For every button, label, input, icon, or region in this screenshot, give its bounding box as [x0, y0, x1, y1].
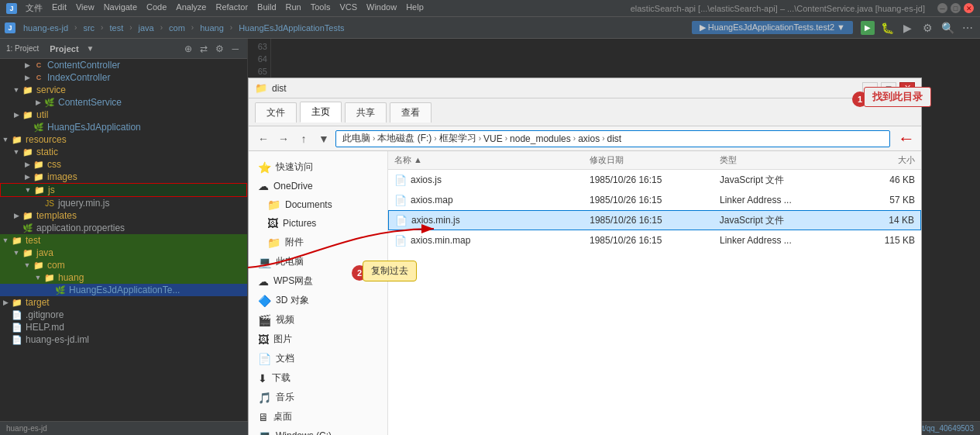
tree-item-indexcontroller[interactable]: ▶ C IndexController — [0, 71, 247, 84]
tree-item-templates[interactable]: ▶ 📁 templates — [0, 209, 247, 222]
breadcrumb-huang[interactable]: huang — [197, 22, 227, 34]
gear-icon[interactable]: ⚙ — [213, 43, 226, 55]
tree-label: .gitignore — [26, 309, 64, 320]
nav-pictures[interactable]: 🖼 Pictures — [249, 214, 387, 233]
minimize-button[interactable]: ─ — [937, 3, 947, 13]
tab-home[interactable]: 主页 — [300, 102, 342, 123]
file-row-axiosjs[interactable]: 📄 axios.js 1985/10/26 16:15 JavaScript 文… — [388, 170, 921, 190]
nav-onedrive[interactable]: ☁ OneDrive — [249, 177, 387, 195]
nav-quick-access[interactable]: ⭐ 快速访问 — [249, 157, 387, 177]
nav-windows[interactable]: 💻 Windows (C:) — [249, 426, 387, 435]
tree-item-appprops[interactable]: 🌿 application.properties — [0, 222, 247, 234]
breadcrumb-test[interactable]: test — [106, 22, 126, 34]
settings-icon[interactable]: ⚙ — [920, 20, 935, 36]
tab-view[interactable]: 查看 — [390, 102, 432, 123]
col-size-header[interactable]: 大小 — [850, 154, 915, 166]
menu-file[interactable]: 文件 — [22, 2, 46, 15]
nav-video[interactable]: 🎬 视频 — [249, 310, 387, 330]
tree-item-helpmd[interactable]: 📄 HELP.md — [0, 321, 247, 333]
window-controls[interactable]: ─ □ ✕ — [937, 3, 974, 13]
nav-documents[interactable]: 📁 Documents — [249, 195, 387, 214]
tree-item-images[interactable]: ▶ 📁 images — [0, 171, 247, 183]
col-type-header[interactable]: 类型 — [720, 154, 850, 166]
back-button[interactable]: ← — [255, 130, 272, 147]
coverage-button[interactable]: ▶ — [899, 20, 915, 36]
address-path[interactable]: 此电脑 › 本地磁盘 (F:) › 框架学习 › VUE › node_modu… — [335, 130, 890, 147]
tree-item-contentcontroller[interactable]: ▶ C ContentController — [0, 59, 247, 71]
tree-item-huangtests[interactable]: 🌿 HuangEsJdApplicationTe... — [0, 284, 247, 296]
breadcrumb-com[interactable]: com — [166, 22, 188, 34]
tree-item-css[interactable]: ▶ 📁 css — [0, 158, 247, 171]
file-size-cell: 46 KB — [850, 174, 915, 185]
folder-icon: 📁 — [22, 210, 34, 221]
tree-item-service[interactable]: ▼ 📁 service — [0, 84, 247, 96]
file-row-axiosminjs[interactable]: 📄 axios.min.js 1985/10/26 16:15 JavaScri… — [388, 210, 921, 230]
menu-navigate[interactable]: Navigate — [100, 2, 141, 15]
menu-refactor[interactable]: Refactor — [211, 2, 252, 15]
menu-vcs[interactable]: VCS — [335, 2, 361, 15]
breadcrumb-java[interactable]: java — [136, 22, 157, 34]
more-icon[interactable]: ⋯ — [960, 20, 975, 36]
annotation-label-1: 找到此目录 — [864, 87, 931, 107]
tree-item-js[interactable]: ▼ 📁 js — [0, 183, 247, 197]
col-name-header[interactable]: 名称 ▲ — [394, 154, 590, 166]
folder-icon: 📁 — [267, 199, 280, 211]
nav-desktop[interactable]: 🖥 桌面 — [249, 407, 387, 426]
nav-docs[interactable]: 📄 文档 — [249, 349, 387, 368]
run-config-selector[interactable]: ▶ HuangEsJdApplicationTests.test2 ▼ — [692, 21, 853, 34]
debug-button[interactable]: 🐛 — [879, 20, 895, 36]
run-button[interactable]: ▶ — [861, 21, 875, 35]
tree-item-huangesapp[interactable]: 🌿 HuangEsJdApplication — [0, 121, 247, 133]
menu-help[interactable]: Help — [402, 2, 428, 15]
menu-edit[interactable]: Edit — [48, 2, 70, 15]
tree-item-resources[interactable]: ▼ 📁 resources — [0, 133, 247, 146]
tree-item-com[interactable]: ▼ 📁 com — [0, 259, 247, 271]
forward-button[interactable]: → — [275, 130, 292, 147]
minimize-panel-icon[interactable]: ─ — [229, 43, 241, 55]
col-date-header[interactable]: 修改日期 — [590, 154, 720, 166]
menu-analyze[interactable]: Analyze — [172, 2, 210, 15]
tab-share[interactable]: 共享 — [345, 102, 387, 123]
breadcrumb-class[interactable]: HuangEsJdApplicationTests — [236, 22, 347, 34]
nav-image[interactable]: 🖼 图片 — [249, 330, 387, 349]
tree-item-test[interactable]: ▼ 📁 test — [0, 234, 247, 247]
add-icon[interactable]: ⊕ — [182, 43, 194, 55]
tree-item-iml[interactable]: 📄 huang-es-jd.iml — [0, 333, 247, 346]
menu-window[interactable]: Window — [363, 2, 401, 15]
tree-label: static — [36, 147, 58, 157]
menu-build[interactable]: Build — [253, 2, 280, 15]
menu-view[interactable]: View — [72, 2, 98, 15]
tree-item-target[interactable]: ▶ 📁 target — [0, 296, 247, 309]
tab-file[interactable]: 文件 — [255, 102, 297, 123]
file-row-axiosminmap[interactable]: 📄 axios.min.map 1985/10/26 16:15 Linker … — [388, 230, 921, 250]
nav-download[interactable]: ⬇ 下载 — [249, 368, 387, 388]
tree-item-huang[interactable]: ▼ 📁 huang — [0, 271, 247, 284]
tree-item-gitignore[interactable]: 📄 .gitignore — [0, 309, 247, 321]
sidebar-tab-label[interactable]: 1: Project — [6, 44, 39, 53]
search-icon[interactable]: 🔍 — [940, 20, 955, 36]
menu-tools[interactable]: Tools — [307, 2, 335, 15]
tree-label: ContentService — [58, 97, 122, 108]
recent-button[interactable]: ▼ — [315, 130, 332, 147]
sync-icon[interactable]: ⇄ — [198, 43, 210, 55]
menu-bar[interactable]: 文件 Edit View Navigate Code Analyze Refac… — [22, 2, 428, 15]
close-button[interactable]: ✕ — [964, 3, 974, 13]
breadcrumb-src[interactable]: src — [80, 22, 98, 34]
breadcrumb-root[interactable]: huang-es-jd — [20, 22, 71, 34]
menu-code[interactable]: Code — [143, 2, 170, 15]
nav-attachment[interactable]: 📁 附件 — [249, 233, 387, 252]
nav-3d[interactable]: 🔷 3D 对象 — [249, 291, 387, 310]
up-button[interactable]: ↑ — [295, 130, 312, 147]
tree-item-jquery[interactable]: JS jquery.min.js — [0, 197, 247, 209]
folder-icon: 📁 — [22, 247, 34, 258]
maximize-button[interactable]: □ — [951, 3, 961, 13]
menu-run[interactable]: Run — [282, 2, 305, 15]
tree-item-static[interactable]: ▼ 📁 static — [0, 146, 247, 158]
tree-item-java[interactable]: ▼ 📁 java — [0, 247, 247, 259]
nav-music[interactable]: 🎵 音乐 — [249, 388, 387, 407]
tree-item-contentservice[interactable]: ▶ 🌿 ContentService — [0, 96, 247, 109]
tree-item-util[interactable]: ▶ 📁 util — [0, 109, 247, 121]
file-row-axiosmap[interactable]: 📄 axios.map 1985/10/26 16:15 Linker Addr… — [388, 190, 921, 210]
sidebar-dropdown[interactable]: ▼ — [87, 44, 95, 53]
file-list: 📄 axios.js 1985/10/26 16:15 JavaScript 文… — [388, 170, 921, 435]
